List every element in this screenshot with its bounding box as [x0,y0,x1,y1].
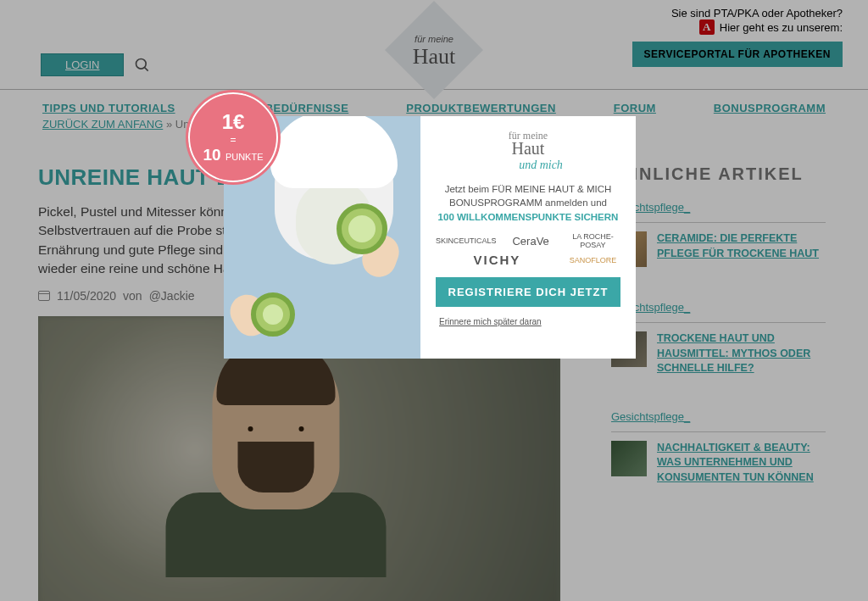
modal-subhead: 100 WILLKOMMENSPUNKTE SICHERN [436,212,620,222]
remind-later-link[interactable]: Erinnere mich später daran [439,317,620,326]
points-badge: 1€ = 10 PUNKTE [188,92,278,182]
bonus-modal: für meine Haut und mich Jetzt beim FÜR M… [224,116,636,359]
modal-headline: Jetzt beim FÜR MEINE HAUT & MICH BONUSPR… [436,182,620,209]
modal-logo: für meine Haut und mich [436,130,620,172]
register-button[interactable]: REGISTRIERE DICH JETZT [436,277,620,307]
brand-logos: SKINCEUTICALS CeraVe LA ROCHE-POSAY VICH… [436,232,620,267]
